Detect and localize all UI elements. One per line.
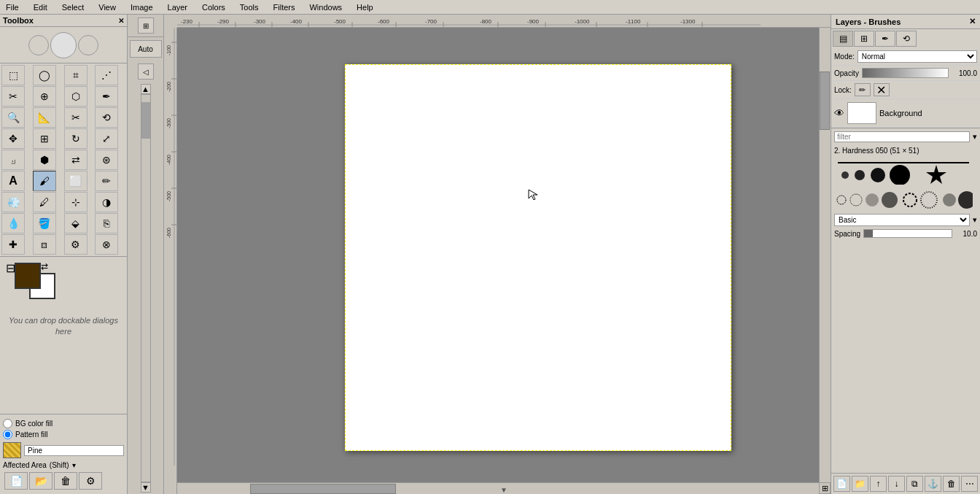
- collapse-button[interactable]: ◁: [138, 63, 154, 80]
- mode-select[interactable]: Normal: [858, 50, 977, 63]
- brush-filter-dropdown-icon[interactable]: ▾: [973, 132, 977, 142]
- tool-transform[interactable]: ⟲: [95, 107, 118, 128]
- toolbox-close[interactable]: ✕: [118, 17, 124, 25]
- menu-tools[interactable]: Tools: [237, 2, 262, 12]
- tool-blend[interactable]: ⬙: [64, 213, 88, 234]
- menu-layer[interactable]: Layer: [165, 2, 191, 12]
- tool-free-select[interactable]: ⌗: [64, 65, 88, 85]
- vertical-scrollbar-thumb[interactable]: [820, 72, 830, 130]
- new-layer-button[interactable]: 📄: [833, 476, 850, 492]
- lock-move-button[interactable]: ✕: [874, 83, 890, 96]
- tool-ink[interactable]: 🖊: [33, 192, 56, 212]
- tool-rect-select[interactable]: ⬚: [1, 65, 25, 85]
- tool-shear[interactable]: ⟓: [1, 150, 25, 170]
- tool-script[interactable]: ⚙: [64, 234, 88, 255]
- brush-preset-select[interactable]: Basic: [834, 214, 970, 226]
- scroll-up-button[interactable]: ▲: [141, 84, 151, 94]
- tab-layers[interactable]: ▤: [833, 31, 853, 47]
- tool-fuzzy-select[interactable]: ⋰: [95, 65, 118, 85]
- tool-perspective-clone[interactable]: ⧈: [33, 234, 56, 255]
- brush-filter-input[interactable]: [834, 131, 970, 142]
- tab-paths[interactable]: ✒: [875, 31, 895, 47]
- menu-colors[interactable]: Colors: [199, 2, 228, 12]
- tool-color-picker[interactable]: 💧: [1, 213, 25, 234]
- brush-preset-row: Basic ▾: [834, 214, 977, 226]
- pattern-swatch[interactable]: [3, 442, 21, 458]
- tool-zoom[interactable]: 🔍: [1, 107, 25, 128]
- bg-color-fill-radio[interactable]: [3, 419, 12, 428]
- duplicate-layer-button[interactable]: ⧉: [906, 476, 923, 492]
- layer-visibility-icon[interactable]: 👁: [834, 107, 844, 119]
- menu-windows[interactable]: Windows: [306, 2, 345, 12]
- horizontal-scrollbar[interactable]: ⊞ ▼: [177, 482, 831, 494]
- preset-dropdown-icon[interactable]: ▾: [973, 215, 977, 225]
- tool-bucket[interactable]: 🪣: [33, 213, 56, 234]
- menu-image[interactable]: Image: [128, 2, 156, 12]
- tool-move[interactable]: ✥: [1, 128, 25, 149]
- foreground-color-swatch[interactable]: [15, 263, 41, 289]
- layers-panel-close-icon[interactable]: ✕: [969, 17, 976, 26]
- tool-crop[interactable]: ✂: [64, 107, 88, 128]
- opacity-slider[interactable]: [862, 68, 949, 78]
- document-canvas[interactable]: [345, 64, 731, 451]
- layer-up-button[interactable]: ↑: [870, 476, 887, 492]
- svg-text:-700: -700: [425, 18, 438, 25]
- tool-text[interactable]: A: [1, 171, 25, 191]
- tool-select-by-color[interactable]: ⬡: [64, 86, 88, 107]
- panel-toggle-button[interactable]: ⊞: [138, 18, 154, 34]
- affected-dropdown-icon[interactable]: ▾: [72, 461, 76, 469]
- tool-pencil[interactable]: ✏: [95, 171, 118, 191]
- script-button[interactable]: ⚙: [79, 472, 102, 490]
- tool-warp[interactable]: ⊛: [95, 150, 118, 170]
- tool-dodge-burn[interactable]: ◑: [95, 192, 118, 212]
- menu-filters[interactable]: Filters: [271, 2, 298, 12]
- toolbox-action-buttons: 📄 📂 🗑 ⚙: [3, 471, 124, 491]
- tool-paths[interactable]: ✒: [95, 86, 118, 107]
- scroll-down-button[interactable]: ▼: [141, 482, 151, 493]
- menu-help[interactable]: Help: [354, 2, 376, 12]
- pattern-fill-radio[interactable]: [3, 430, 12, 439]
- tool-handle-transform[interactable]: ⊗: [95, 234, 118, 255]
- tool-eraser[interactable]: ⬜: [64, 171, 88, 191]
- tool-clone[interactable]: ⎘: [95, 213, 118, 234]
- svg-point-52: [958, 191, 973, 209]
- layer-down-button[interactable]: ↓: [888, 476, 905, 492]
- pattern-name-input[interactable]: [24, 445, 124, 456]
- tool-scale[interactable]: ⤢: [95, 128, 118, 149]
- tool-align[interactable]: ⊞: [33, 128, 56, 149]
- opacity-value: 100.0: [952, 69, 977, 77]
- tool-scissors[interactable]: ✂: [1, 86, 25, 107]
- tool-flip[interactable]: ⇄: [64, 150, 88, 170]
- spacing-slider[interactable]: [863, 229, 952, 238]
- menu-select[interactable]: Select: [59, 2, 88, 12]
- delete-layer-button[interactable]: 🗑: [943, 476, 960, 492]
- canvas-area[interactable]: [177, 28, 831, 481]
- more-options-button[interactable]: ⋯: [961, 476, 978, 492]
- tab-channels[interactable]: ⊞: [854, 31, 874, 47]
- tool-ellipse-select[interactable]: ◯: [33, 65, 56, 85]
- tool-paintbrush[interactable]: 🖌: [33, 171, 56, 191]
- layer-item-background[interactable]: 👁 Background: [831, 99, 980, 128]
- new-image-button[interactable]: 📄: [4, 472, 28, 490]
- tool-measure[interactable]: 📐: [33, 107, 56, 128]
- open-image-button[interactable]: 📂: [29, 472, 52, 490]
- delete-button[interactable]: 🗑: [54, 472, 77, 490]
- menu-file[interactable]: File: [3, 2, 22, 12]
- horizontal-scrollbar-thumb[interactable]: [250, 484, 396, 494]
- menu-view[interactable]: View: [96, 2, 119, 12]
- vertical-scrollbar[interactable]: [819, 28, 831, 482]
- color-swap-icon[interactable]: ⇄: [41, 261, 48, 271]
- tool-rotate[interactable]: ↻: [64, 128, 88, 149]
- anchor-layer-button[interactable]: ⚓: [925, 476, 941, 492]
- tab-history[interactable]: ⟲: [896, 31, 917, 47]
- tool-fg-select[interactable]: ⊕: [33, 86, 56, 107]
- tool-smudge[interactable]: ⊹: [64, 192, 88, 212]
- scroll-thumb[interactable]: [141, 102, 150, 139]
- auto-button[interactable]: Auto: [130, 40, 162, 58]
- tool-heal[interactable]: ✚: [1, 234, 25, 255]
- new-layer-group-button[interactable]: 📁: [852, 476, 868, 492]
- tool-airbrush[interactable]: 💨: [1, 192, 25, 212]
- lock-edit-button[interactable]: ✏: [855, 83, 871, 96]
- tool-perspective[interactable]: ⬢: [33, 150, 56, 170]
- menu-edit[interactable]: Edit: [31, 2, 50, 12]
